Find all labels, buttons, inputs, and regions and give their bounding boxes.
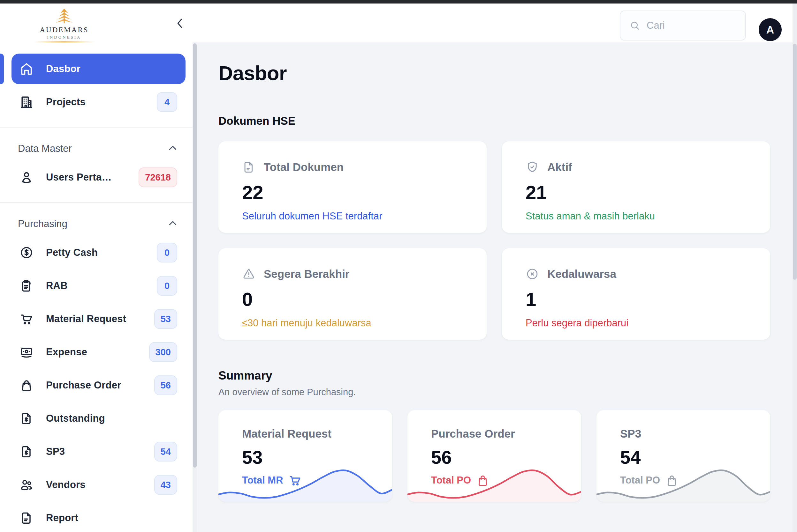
summary-card-grid: Material Request 53 Total MR Purchase Or… bbox=[218, 410, 770, 502]
stat-subtitle: Status aman & masih berlaku bbox=[526, 210, 747, 222]
sidebar-item-label: Expense bbox=[46, 346, 87, 358]
search-input[interactable] bbox=[647, 20, 736, 31]
petty-cash-badge: 0 bbox=[157, 243, 177, 263]
sidebar-item-sp3[interactable]: SP3 54 bbox=[12, 436, 185, 467]
sidebar-item-vendors[interactable]: Vendors 43 bbox=[12, 470, 185, 500]
sidebar-item-label: Users Perta… bbox=[46, 172, 112, 183]
chevron-up-icon bbox=[167, 142, 179, 155]
avatar[interactable]: A bbox=[759, 18, 782, 41]
sidebar-item-users-pertamina[interactable]: Users Perta… 72618 bbox=[12, 162, 185, 193]
bag-icon bbox=[19, 378, 34, 393]
page-scrollbar[interactable] bbox=[793, 3, 797, 532]
summary-card-material-request: Material Request 53 Total MR bbox=[218, 410, 392, 502]
active-item-indicator bbox=[0, 54, 4, 84]
card-kedaluwarsa: Kedaluwarsa 1 Perlu segera diperbarui bbox=[502, 248, 770, 340]
dashboard-page: AUDEMARS INDONESIA A bbox=[0, 0, 797, 532]
sidebar-item-projects[interactable]: Projects 4 bbox=[12, 87, 185, 117]
sidebar-item-label: Vendors bbox=[46, 479, 86, 491]
body-wrap: Dasbor bbox=[0, 42, 797, 532]
sidebar-item-label: Dasbor bbox=[46, 63, 80, 75]
cart-icon bbox=[19, 311, 34, 326]
users-icon bbox=[19, 477, 34, 492]
section-header-data-master[interactable]: Data Master bbox=[0, 140, 197, 157]
section-header-purchasing[interactable]: Purchasing bbox=[0, 215, 197, 232]
sidebar-item-dasbor[interactable]: Dasbor bbox=[12, 54, 185, 84]
sidebar-item-label: Outstanding bbox=[46, 413, 105, 424]
browser-top-strip bbox=[0, 0, 797, 3]
clipboard-icon bbox=[19, 279, 34, 293]
sidebar-item-label: RAB bbox=[46, 280, 68, 291]
sidebar-divider bbox=[0, 127, 197, 128]
stat-value: 22 bbox=[242, 182, 464, 204]
stat-subtitle: Perlu segera diperbarui bbox=[526, 317, 747, 329]
summary-card-label: SP3 bbox=[620, 428, 757, 440]
purchase-order-badge: 56 bbox=[154, 375, 177, 395]
sp3-sparkline bbox=[596, 464, 770, 502]
stat-value: 1 bbox=[526, 288, 747, 310]
page-title: Dasbor bbox=[218, 61, 797, 84]
stat-subtitle: ≤30 hari menuju kedaluwarsa bbox=[242, 317, 464, 329]
hse-section-title: Dokumen HSE bbox=[218, 114, 797, 127]
user-icon bbox=[19, 170, 34, 185]
banknote-icon bbox=[19, 345, 34, 359]
hse-card-grid: Total Dokumen 22 Seluruh dokumen HSE ter… bbox=[218, 141, 770, 340]
summary-subtitle: An overview of some Purchasing. bbox=[218, 387, 797, 397]
sidebar: Dasbor bbox=[0, 42, 197, 532]
section-title: Data Master bbox=[18, 143, 72, 154]
material-request-badge: 53 bbox=[154, 309, 177, 329]
logo-swoosh bbox=[34, 41, 94, 42]
sidebar-item-report[interactable]: Report bbox=[12, 503, 185, 532]
sidebar-scrollbar-thumb[interactable] bbox=[193, 43, 197, 468]
card-total-dokumen: Total Dokumen 22 Seluruh dokumen HSE ter… bbox=[218, 141, 487, 233]
users-count-badge: 72618 bbox=[139, 168, 177, 187]
sidebar-item-outstanding[interactable]: Outstanding bbox=[12, 403, 185, 434]
summary-card-purchase-order: Purchase Order 56 Total PO bbox=[407, 410, 581, 502]
sidebar-item-material-request[interactable]: Material Request 53 bbox=[12, 304, 185, 334]
file-text-icon bbox=[19, 511, 34, 525]
invoice-dollar-icon bbox=[19, 411, 34, 426]
sidebar-item-label: Purchase Order bbox=[46, 380, 121, 391]
home-icon bbox=[19, 61, 34, 76]
material-request-sparkline bbox=[218, 464, 392, 502]
stat-value: 21 bbox=[526, 182, 747, 204]
section-title: Purchasing bbox=[18, 218, 67, 230]
sidebar-item-label: Material Request bbox=[46, 313, 126, 325]
vendors-badge: 43 bbox=[154, 475, 177, 495]
summary-card-sp3: SP3 54 Total PO bbox=[596, 410, 770, 502]
shield-check-icon bbox=[526, 160, 539, 174]
search-box[interactable] bbox=[620, 11, 746, 40]
brand-logo: AUDEMARS INDONESIA bbox=[28, 8, 101, 42]
card-segera-berakhir: Segera Berakhir 0 ≤30 hari menuju kedalu… bbox=[218, 248, 487, 340]
sidebar-item-expense[interactable]: Expense 300 bbox=[12, 337, 185, 367]
building-icon bbox=[19, 95, 34, 109]
dollar-circle-icon bbox=[19, 245, 34, 260]
stat-label: Segera Berakhir bbox=[264, 268, 349, 280]
chevron-up-icon bbox=[167, 217, 179, 230]
brand-name: AUDEMARS bbox=[40, 26, 88, 34]
avatar-initial: A bbox=[766, 24, 774, 36]
sidebar-item-label: Petty Cash bbox=[46, 247, 98, 258]
sidebar-item-rab[interactable]: RAB 0 bbox=[12, 270, 185, 301]
projects-count-badge: 4 bbox=[157, 92, 177, 112]
summary-card-label: Purchase Order bbox=[431, 428, 568, 440]
sidebar-item-purchase-order[interactable]: Purchase Order 56 bbox=[12, 370, 185, 401]
app-header: AUDEMARS INDONESIA A bbox=[0, 3, 797, 42]
sidebar-scrollbar[interactable] bbox=[193, 42, 197, 532]
file-icon bbox=[242, 160, 255, 174]
sidebar-item-label: SP3 bbox=[46, 446, 65, 457]
sidebar-divider bbox=[0, 202, 197, 203]
page-scrollbar-thumb[interactable] bbox=[793, 44, 797, 280]
sidebar-item-label: Report bbox=[46, 512, 78, 524]
stat-value: 0 bbox=[242, 288, 464, 310]
stat-label: Total Dokumen bbox=[264, 161, 344, 173]
circle-x-icon bbox=[526, 267, 539, 281]
search-icon bbox=[629, 20, 640, 31]
brand-country: INDONESIA bbox=[47, 35, 81, 40]
stat-subtitle: Seluruh dokumen HSE terdaftar bbox=[242, 210, 464, 222]
invoice-dollar-icon bbox=[19, 444, 34, 459]
sidebar-collapse-button[interactable] bbox=[171, 14, 189, 32]
rab-badge: 0 bbox=[157, 276, 177, 296]
expense-badge: 300 bbox=[149, 342, 177, 362]
sidebar-item-petty-cash[interactable]: Petty Cash 0 bbox=[12, 237, 185, 268]
logo-triangle-icon bbox=[52, 8, 77, 25]
